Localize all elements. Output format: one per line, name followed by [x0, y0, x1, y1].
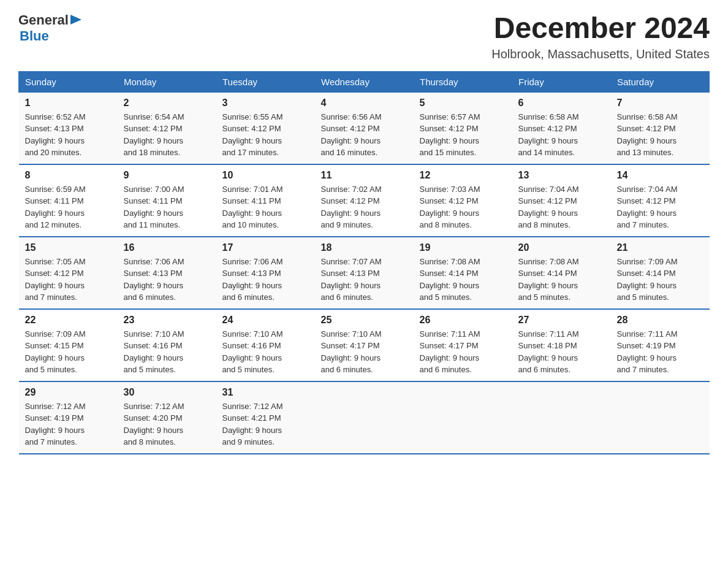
day-number: 3: [222, 98, 309, 109]
day-info: Sunrise: 6:58 AM Sunset: 4:12 PM Dayligh…: [518, 111, 605, 159]
table-row: 14 Sunrise: 7:04 AM Sunset: 4:12 PM Dayl…: [611, 164, 710, 237]
day-number: 29: [25, 387, 112, 398]
day-number: 5: [420, 98, 506, 109]
day-info: Sunrise: 6:55 AM Sunset: 4:12 PM Dayligh…: [222, 111, 309, 159]
table-row: 3 Sunrise: 6:55 AM Sunset: 4:12 PM Dayli…: [216, 92, 315, 164]
day-info: Sunrise: 7:06 AM Sunset: 4:13 PM Dayligh…: [124, 256, 210, 304]
location-title: Holbrook, Massachusetts, United States: [491, 47, 710, 61]
day-number: 1: [25, 98, 112, 109]
day-number: 25: [321, 315, 408, 326]
day-info: Sunrise: 7:05 AM Sunset: 4:12 PM Dayligh…: [25, 256, 112, 304]
calendar-header-row: Sunday Monday Tuesday Wednesday Thursday…: [19, 71, 710, 92]
table-row: 25 Sunrise: 7:10 AM Sunset: 4:17 PM Dayl…: [315, 309, 414, 381]
col-sunday: Sunday: [19, 71, 118, 92]
day-info: Sunrise: 7:07 AM Sunset: 4:13 PM Dayligh…: [321, 256, 408, 304]
table-row: 11 Sunrise: 7:02 AM Sunset: 4:12 PM Dayl…: [315, 164, 414, 237]
day-info: Sunrise: 7:04 AM Sunset: 4:12 PM Dayligh…: [518, 183, 605, 231]
table-row: [414, 381, 512, 454]
day-number: 15: [25, 242, 112, 253]
logo-text-blue: Blue: [20, 28, 82, 44]
table-row: 10 Sunrise: 7:01 AM Sunset: 4:11 PM Dayl…: [216, 164, 315, 237]
table-row: 8 Sunrise: 6:59 AM Sunset: 4:11 PM Dayli…: [19, 164, 118, 237]
col-monday: Monday: [118, 71, 216, 92]
day-number: 14: [617, 170, 703, 181]
svg-marker-0: [70, 15, 82, 25]
table-row: 19 Sunrise: 7:08 AM Sunset: 4:14 PM Dayl…: [414, 237, 512, 309]
day-number: 2: [124, 98, 210, 109]
table-row: 29 Sunrise: 7:12 AM Sunset: 4:19 PM Dayl…: [19, 381, 118, 454]
day-number: 26: [420, 315, 506, 326]
table-row: 18 Sunrise: 7:07 AM Sunset: 4:13 PM Dayl…: [315, 237, 414, 309]
logo: General Blue: [18, 12, 82, 44]
calendar-week-row: 1 Sunrise: 6:52 AM Sunset: 4:13 PM Dayli…: [19, 92, 710, 164]
day-number: 20: [518, 242, 605, 253]
col-thursday: Thursday: [414, 71, 512, 92]
day-number: 10: [222, 170, 309, 181]
table-row: 7 Sunrise: 6:58 AM Sunset: 4:12 PM Dayli…: [611, 92, 710, 164]
table-row: 23 Sunrise: 7:10 AM Sunset: 4:16 PM Dayl…: [118, 309, 216, 381]
day-number: 8: [25, 170, 112, 181]
table-row: 24 Sunrise: 7:10 AM Sunset: 4:16 PM Dayl…: [216, 309, 315, 381]
day-info: Sunrise: 7:11 AM Sunset: 4:17 PM Dayligh…: [420, 328, 506, 376]
logo-text-general: General: [18, 12, 69, 28]
day-info: Sunrise: 7:12 AM Sunset: 4:20 PM Dayligh…: [124, 400, 210, 448]
col-friday: Friday: [512, 71, 611, 92]
table-row: 28 Sunrise: 7:11 AM Sunset: 4:19 PM Dayl…: [611, 309, 710, 381]
table-row: 20 Sunrise: 7:08 AM Sunset: 4:14 PM Dayl…: [512, 237, 611, 309]
table-row: 2 Sunrise: 6:54 AM Sunset: 4:12 PM Dayli…: [118, 92, 216, 164]
calendar-week-row: 15 Sunrise: 7:05 AM Sunset: 4:12 PM Dayl…: [19, 237, 710, 309]
day-number: 21: [617, 242, 703, 253]
day-info: Sunrise: 7:03 AM Sunset: 4:12 PM Dayligh…: [420, 183, 506, 231]
day-number: 11: [321, 170, 408, 181]
day-number: 16: [124, 242, 210, 253]
table-row: 4 Sunrise: 6:56 AM Sunset: 4:12 PM Dayli…: [315, 92, 414, 164]
day-info: Sunrise: 7:10 AM Sunset: 4:16 PM Dayligh…: [124, 328, 210, 376]
table-row: 21 Sunrise: 7:09 AM Sunset: 4:14 PM Dayl…: [611, 237, 710, 309]
day-info: Sunrise: 7:09 AM Sunset: 4:15 PM Dayligh…: [25, 328, 112, 376]
table-row: 5 Sunrise: 6:57 AM Sunset: 4:12 PM Dayli…: [414, 92, 512, 164]
day-info: Sunrise: 6:52 AM Sunset: 4:13 PM Dayligh…: [25, 111, 112, 159]
day-info: Sunrise: 6:54 AM Sunset: 4:12 PM Dayligh…: [124, 111, 210, 159]
day-info: Sunrise: 7:11 AM Sunset: 4:18 PM Dayligh…: [518, 328, 605, 376]
table-row: 26 Sunrise: 7:11 AM Sunset: 4:17 PM Dayl…: [414, 309, 512, 381]
col-tuesday: Tuesday: [216, 71, 315, 92]
table-row: [611, 381, 710, 454]
day-number: 17: [222, 242, 309, 253]
day-number: 31: [222, 387, 309, 398]
day-number: 24: [222, 315, 309, 326]
table-row: 13 Sunrise: 7:04 AM Sunset: 4:12 PM Dayl…: [512, 164, 611, 237]
calendar-table: Sunday Monday Tuesday Wednesday Thursday…: [18, 71, 710, 454]
day-number: 4: [321, 98, 408, 109]
day-info: Sunrise: 7:09 AM Sunset: 4:14 PM Dayligh…: [617, 256, 703, 304]
day-number: 30: [124, 387, 210, 398]
title-area: December 2024 Holbrook, Massachusetts, U…: [491, 12, 710, 61]
table-row: [512, 381, 611, 454]
day-info: Sunrise: 7:08 AM Sunset: 4:14 PM Dayligh…: [518, 256, 605, 304]
day-info: Sunrise: 7:12 AM Sunset: 4:21 PM Dayligh…: [222, 400, 309, 448]
day-info: Sunrise: 6:57 AM Sunset: 4:12 PM Dayligh…: [420, 111, 506, 159]
day-number: 22: [25, 315, 112, 326]
table-row: 27 Sunrise: 7:11 AM Sunset: 4:18 PM Dayl…: [512, 309, 611, 381]
month-title: December 2024: [491, 12, 710, 45]
col-saturday: Saturday: [611, 71, 710, 92]
day-info: Sunrise: 7:11 AM Sunset: 4:19 PM Dayligh…: [617, 328, 703, 376]
day-info: Sunrise: 7:10 AM Sunset: 4:16 PM Dayligh…: [222, 328, 309, 376]
day-info: Sunrise: 7:01 AM Sunset: 4:11 PM Dayligh…: [222, 183, 309, 231]
day-number: 13: [518, 170, 605, 181]
table-row: 1 Sunrise: 6:52 AM Sunset: 4:13 PM Dayli…: [19, 92, 118, 164]
table-row: 6 Sunrise: 6:58 AM Sunset: 4:12 PM Dayli…: [512, 92, 611, 164]
day-info: Sunrise: 7:04 AM Sunset: 4:12 PM Dayligh…: [617, 183, 703, 231]
table-row: 15 Sunrise: 7:05 AM Sunset: 4:12 PM Dayl…: [19, 237, 118, 309]
day-info: Sunrise: 7:06 AM Sunset: 4:13 PM Dayligh…: [222, 256, 309, 304]
table-row: 22 Sunrise: 7:09 AM Sunset: 4:15 PM Dayl…: [19, 309, 118, 381]
day-info: Sunrise: 7:08 AM Sunset: 4:14 PM Dayligh…: [420, 256, 506, 304]
day-number: 7: [617, 98, 703, 109]
day-number: 28: [617, 315, 703, 326]
table-row: [315, 381, 414, 454]
day-info: Sunrise: 6:59 AM Sunset: 4:11 PM Dayligh…: [25, 183, 112, 231]
col-wednesday: Wednesday: [315, 71, 414, 92]
day-number: 9: [124, 170, 210, 181]
page-header: General Blue December 2024 Holbrook, Mas…: [18, 12, 710, 61]
day-number: 12: [420, 170, 506, 181]
calendar-week-row: 22 Sunrise: 7:09 AM Sunset: 4:15 PM Dayl…: [19, 309, 710, 381]
